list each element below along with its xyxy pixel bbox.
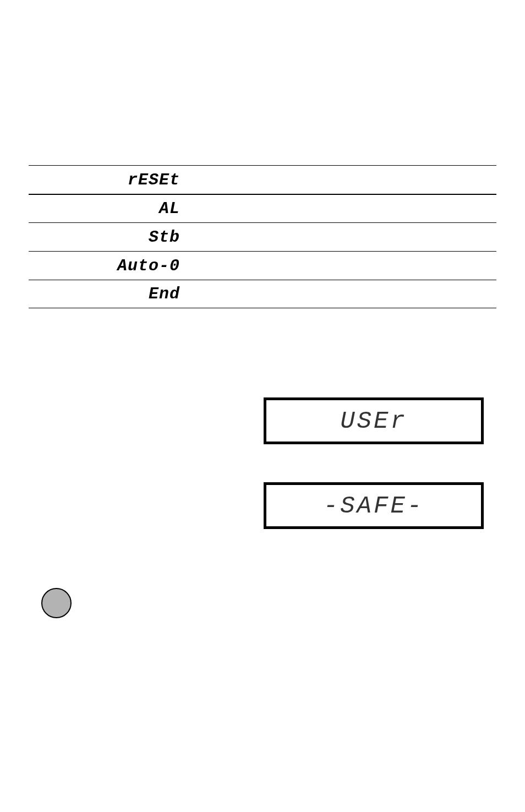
table-row: rESEt <box>29 165 496 194</box>
lcd-display-user: USEr <box>264 397 484 444</box>
row-label: AL <box>29 199 185 218</box>
table-row: Stb <box>29 222 496 251</box>
table-row: Auto-0 <box>29 251 496 280</box>
bullet-circle-icon <box>41 588 72 618</box>
row-label: Auto-0 <box>29 257 185 275</box>
lcd-text: USEr <box>340 407 407 435</box>
lcd-text: -SAFE- <box>324 492 424 520</box>
table-row: End <box>29 280 496 308</box>
row-label: Stb <box>29 228 185 247</box>
menu-table: rESEt AL Stb Auto-0 End <box>29 165 496 308</box>
table-row: AL <box>29 194 496 222</box>
row-label: rESEt <box>29 171 185 189</box>
page-content: rESEt AL Stb Auto-0 End <box>29 0 496 308</box>
lcd-display-safe: -SAFE- <box>264 482 484 529</box>
row-label: End <box>29 285 185 303</box>
